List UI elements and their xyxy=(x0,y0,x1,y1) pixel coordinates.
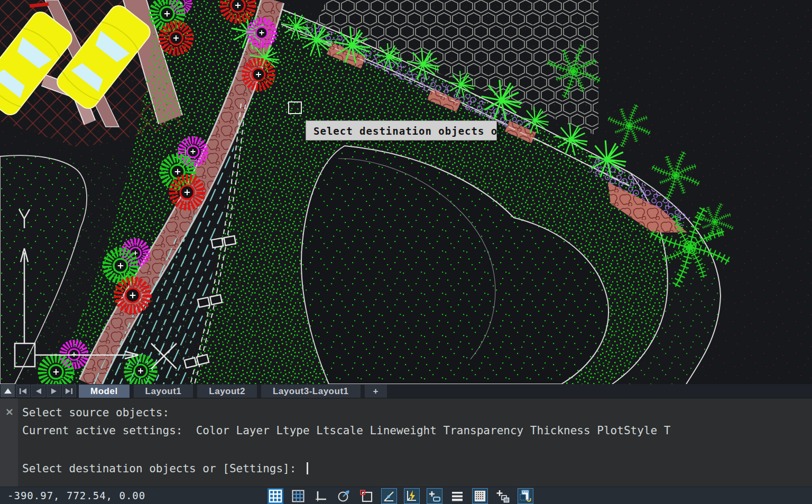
quick-properties-icon[interactable] xyxy=(427,488,442,504)
command-history-line: Current active settings: Color Layer Lty… xyxy=(22,423,670,438)
status-toggle-icons xyxy=(267,488,533,504)
cursor-prompt-tooltip: Select destination objects or xyxy=(306,120,497,141)
new-layout-tab-button[interactable]: + xyxy=(365,385,387,398)
tab-layout1[interactable]: Layout1 xyxy=(134,385,193,398)
annotation-scale-icon[interactable] xyxy=(518,488,533,504)
first-layout-button[interactable] xyxy=(16,385,30,397)
grid-display-icon[interactable] xyxy=(290,488,306,504)
layout-tab-bar: Model Layout1 Layout2 Layout3-Layout1 + xyxy=(0,384,812,398)
previous-layout-button[interactable] xyxy=(31,385,45,397)
command-prompt-text: Select destination objects or [Settings]… xyxy=(22,462,303,475)
snap-mode-icon[interactable] xyxy=(267,488,283,504)
command-window[interactable]: × Select source objects: Current active … xyxy=(0,398,812,487)
coordinates-display[interactable]: -390.97, 772.54, 0.00 xyxy=(7,487,145,504)
dynamic-input-icon[interactable] xyxy=(404,488,420,504)
tab-model[interactable]: Model xyxy=(79,385,130,398)
expand-tabs-button[interactable] xyxy=(1,385,15,397)
object-snap-icon[interactable] xyxy=(358,488,374,504)
first-arrow-icon xyxy=(20,388,26,394)
status-bar: -390.97, 772.54, 0.00 xyxy=(0,487,812,504)
close-command-icon[interactable]: × xyxy=(4,406,15,417)
tab-layout2[interactable]: Layout2 xyxy=(197,385,257,398)
command-prompt-line[interactable]: Select destination objects or [Settings]… xyxy=(22,461,308,476)
up-arrow-icon xyxy=(4,388,12,394)
lineweight-icon[interactable] xyxy=(449,488,465,504)
model-space-canvas[interactable]: X Y xyxy=(0,0,812,384)
selection-cycling-icon[interactable] xyxy=(495,488,511,504)
cad-application-window: X Y Select destination objects or Model … xyxy=(0,0,812,504)
last-layout-button[interactable] xyxy=(62,385,76,397)
text-cursor xyxy=(307,462,308,474)
last-arrow-icon xyxy=(66,388,72,394)
ortho-mode-icon[interactable] xyxy=(313,488,329,504)
right-arrow-icon xyxy=(51,388,57,394)
left-arrow-icon xyxy=(36,388,41,394)
command-history-line: Select source objects: xyxy=(22,405,169,420)
tab-layout3-layout1[interactable]: Layout3-Layout1 xyxy=(261,385,361,398)
next-layout-button[interactable] xyxy=(47,385,61,397)
transparency-icon[interactable] xyxy=(472,488,488,504)
polar-tracking-icon[interactable] xyxy=(336,488,352,504)
object-snap-tracking-icon[interactable] xyxy=(381,488,397,504)
